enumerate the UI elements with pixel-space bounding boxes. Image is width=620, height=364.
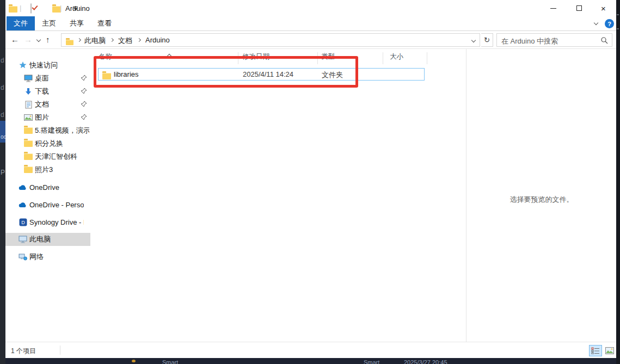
sidebar-item-folder[interactable]: 天津汇智创科: [5, 150, 90, 163]
sidebar-item-label: 网络: [29, 252, 44, 262]
column-header-date[interactable]: 修改日期: [242, 52, 269, 64]
sidebar-item-downloads[interactable]: 下载: [5, 85, 90, 98]
sidebar-item-folder[interactable]: 照片3: [5, 163, 90, 176]
details-view-icon: [591, 347, 600, 354]
refresh-button[interactable]: ↻: [481, 33, 493, 47]
tab-file[interactable]: 文件: [7, 16, 35, 30]
sidebar-item-label: 图片: [35, 113, 49, 122]
sidebar-item-synology-drive[interactable]: D Synology Drive - HI: [5, 215, 90, 229]
breadcrumb-chevron-icon[interactable]: [77, 38, 81, 42]
back-button[interactable]: ←: [11, 35, 19, 44]
details-view-button[interactable]: [589, 345, 602, 356]
background-dot-icon: [132, 360, 136, 362]
column-separator[interactable]: [427, 52, 427, 64]
pin-icon: [81, 114, 87, 120]
column-header-type[interactable]: 类型: [321, 52, 335, 64]
sidebar-item-label: 积分兑换: [35, 139, 63, 149]
minimize-button[interactable]: [541, 0, 566, 16]
sidebar-item-onedrive-personal[interactable]: OneDrive - Persona: [5, 198, 90, 211]
document-icon: [24, 100, 33, 109]
background-text: Smart: [364, 359, 379, 364]
qat-properties-button[interactable]: [30, 4, 32, 14]
sidebar-item-folder[interactable]: 5.搭建视频，演示视: [5, 124, 90, 137]
breadcrumb-documents[interactable]: 文档: [118, 36, 132, 46]
thumbnail-view-button[interactable]: [603, 345, 616, 356]
sidebar-item-this-pc[interactable]: 此电脑: [5, 233, 90, 246]
help-button[interactable]: ?: [605, 19, 614, 28]
check-icon: [30, 3, 32, 14]
sidebar-item-label: 5.搭建视频，演示视: [35, 126, 89, 135]
address-bar: ← → ↑ 此电脑 文档 Arduino ↻ 在 Arduino 中搜索: [5, 31, 616, 49]
up-button[interactable]: ↑: [46, 35, 50, 44]
refresh-icon: ↻: [484, 36, 490, 44]
background-blue-selection: oc: [0, 121, 5, 143]
address-input[interactable]: 此电脑 文档 Arduino: [61, 33, 480, 47]
sort-ascending-icon: [168, 50, 171, 60]
svg-text:D: D: [21, 220, 25, 225]
sidebar-item-label: 文档: [35, 100, 49, 109]
breadcrumb-this-pc[interactable]: 此电脑: [84, 36, 106, 46]
folder-icon: [24, 165, 33, 174]
breadcrumb-chevron-icon[interactable]: [110, 38, 114, 42]
breadcrumb-arduino[interactable]: Arduino: [145, 36, 170, 44]
address-dropdown-icon[interactable]: [471, 38, 476, 42]
background-fragment: d: [1, 57, 4, 64]
search-input[interactable]: 在 Arduino 中搜索: [496, 33, 612, 47]
sidebar-item-quick-access[interactable]: 快速访问: [5, 59, 90, 72]
column-header-size[interactable]: 大小: [390, 52, 403, 64]
tab-share[interactable]: 共享: [63, 16, 90, 30]
sidebar-item-onedrive[interactable]: OneDrive: [5, 181, 90, 194]
forward-button[interactable]: →: [24, 35, 32, 44]
breadcrumb-chevron-icon[interactable]: [137, 38, 141, 42]
background-app-left-strip: d d d oc P: [0, 0, 5, 364]
computer-icon: [19, 235, 27, 244]
sidebar-item-desktop[interactable]: 桌面: [5, 72, 90, 85]
titlebar-separator: |: [20, 4, 21, 12]
sidebar-item-label: 天津汇智创科: [35, 152, 77, 162]
column-separator[interactable]: [383, 52, 383, 64]
address-folder-icon: [66, 40, 73, 45]
maximize-icon: [576, 5, 582, 11]
maximize-button[interactable]: [567, 0, 591, 16]
recent-locations-dropdown-icon[interactable]: [36, 38, 41, 42]
sidebar-item-label: 下载: [35, 87, 49, 96]
cloud-icon: [19, 200, 27, 209]
sidebar-item-label: 桌面: [35, 73, 49, 83]
status-bar: 1 个项目: [5, 342, 616, 358]
file-name: libraries: [114, 70, 139, 78]
file-row-libraries[interactable]: libraries 2025/4/11 14:24 文件夹: [98, 68, 425, 81]
tab-home[interactable]: 主页: [35, 16, 63, 30]
preview-message: 选择要预览的文件。: [466, 195, 617, 205]
sidebar-item-network[interactable]: 网络: [5, 250, 90, 263]
cloud-icon: [19, 183, 27, 192]
background-app-right-strip: [616, 0, 620, 364]
titlebar: | | Arduino ×: [5, 0, 616, 16]
pin-icon: [81, 101, 87, 107]
column-separator[interactable]: [317, 52, 318, 64]
background-fragment: oc: [1, 134, 5, 140]
status-separator: [60, 346, 60, 355]
file-list: 名称 修改日期 类型 大小 libraries 2025/4/11 14:24 …: [90, 49, 466, 342]
file-date: 2025/4/11 14:24: [243, 70, 293, 78]
sidebar-item-pictures[interactable]: 图片: [5, 111, 90, 124]
minimize-icon: [550, 8, 556, 9]
help-icon: ?: [607, 21, 611, 27]
quick-access-star-icon: [19, 61, 27, 70]
content-area: 快速访问 桌面 下载 文档 图片: [5, 49, 616, 342]
column-separator[interactable]: [238, 52, 238, 64]
close-icon: ×: [601, 4, 606, 13]
close-button[interactable]: ×: [591, 0, 616, 16]
sidebar-item-folder[interactable]: 积分兑换: [5, 137, 90, 150]
tab-view[interactable]: 查看: [90, 16, 119, 30]
tab-label: 查看: [97, 18, 112, 28]
folder-icon: [24, 126, 33, 135]
titlebar-separator: |: [60, 4, 62, 12]
ribbon-collapse-icon[interactable]: [594, 21, 598, 25]
network-icon: [19, 252, 27, 261]
pin-icon: [81, 75, 87, 81]
sidebar-item-documents[interactable]: 文档: [5, 98, 90, 111]
sidebar-item-label: OneDrive: [29, 183, 59, 192]
column-header-name[interactable]: 名称: [99, 52, 112, 64]
sidebar-item-label: Synology Drive - HI: [29, 218, 84, 226]
folder-icon: [102, 73, 111, 79]
